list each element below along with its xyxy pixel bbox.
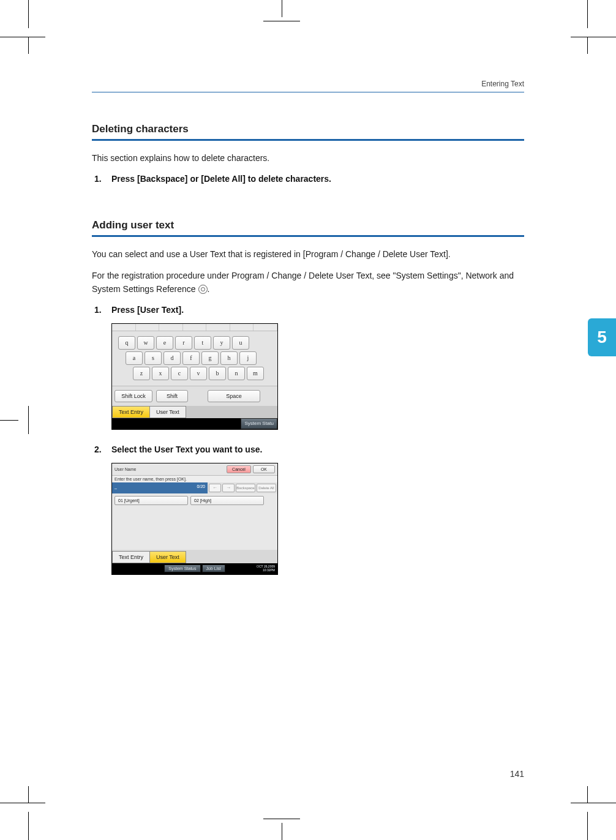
section1-steps: 1. Press [Backspace] or [Delete All] to … (92, 174, 524, 184)
shift-lock-key[interactable]: Shift Lock (115, 390, 152, 402)
key-x[interactable]: x (152, 367, 169, 380)
value-counter: 0/20 (197, 484, 205, 492)
key-u[interactable]: u (232, 336, 249, 350)
cropmark (28, 37, 29, 54)
step-number: 1. (94, 305, 102, 315)
key-g[interactable]: g (201, 351, 219, 365)
tab-text-entry[interactable]: Text Entry (112, 406, 150, 418)
content-area: Entering Text Deleting characters This s… (92, 80, 524, 590)
tab-user-text[interactable]: User Text (149, 551, 186, 563)
step-item: 1. Press [User Text]. (111, 305, 524, 315)
cancel-button[interactable]: Cancel (227, 465, 251, 473)
user-text-item-2[interactable]: 02 [High] (190, 496, 264, 505)
key-e[interactable]: e (156, 336, 173, 350)
job-list-button[interactable]: Job List (202, 564, 225, 572)
delete-all-button[interactable]: Delete All (257, 484, 276, 492)
backspace-button[interactable]: Backspace (236, 484, 255, 492)
cropmark (571, 37, 588, 37)
space-key[interactable]: Space (208, 390, 260, 402)
step-number: 1. (94, 174, 102, 184)
heading-adding-user-text: Adding user text (92, 219, 524, 231)
shift-key[interactable]: Shift (156, 390, 188, 402)
value-text: _ (115, 484, 117, 492)
para2-text-a: For the registration procedure under Pro… (92, 271, 514, 294)
section1-intro: This section explains how to delete char… (92, 152, 524, 165)
cropmark (588, 803, 616, 803)
cropmark (28, 406, 29, 434)
screenshot-user-text: User Name Cancel OK Enter the user name,… (111, 463, 524, 575)
running-head: Entering Text (92, 80, 524, 92)
cropmark (28, 37, 45, 37)
cropmark (28, 803, 45, 803)
key-c[interactable]: c (171, 367, 188, 380)
step-text: Select the User Text you want to use. (111, 444, 262, 454)
key-b[interactable]: b (209, 367, 226, 380)
key-s[interactable]: s (145, 351, 162, 365)
cropmark (0, 37, 28, 37)
system-status-button[interactable]: System Status (164, 564, 200, 572)
tab-text-entry[interactable]: Text Entry (112, 551, 150, 563)
step-number: 2. (94, 444, 102, 454)
key-d[interactable]: d (163, 351, 181, 365)
step-text: Press [Backspace] or [Delete All] to del… (111, 174, 331, 184)
key-v[interactable]: v (190, 367, 207, 380)
key-m[interactable]: m (247, 367, 264, 380)
key-w[interactable]: w (137, 336, 154, 350)
cropmark (588, 37, 616, 37)
page-number: 141 (510, 769, 524, 779)
cropmark (587, 786, 588, 803)
screenshot-keyboard: q w e r t y u a s d f g h (111, 323, 524, 430)
key-f[interactable]: f (182, 351, 200, 365)
key-j[interactable]: j (239, 351, 257, 365)
ok-button[interactable]: OK (253, 465, 275, 473)
key-r[interactable]: r (175, 336, 192, 350)
section2-para2: For the registration procedure under Pro… (92, 269, 524, 296)
step-text: Press [User Text]. (111, 305, 184, 315)
cropmark (282, 0, 282, 17)
cropmark (0, 803, 28, 803)
cropmark (28, 786, 29, 803)
nav-left-button[interactable]: ← (209, 484, 221, 492)
page: 5 Entering Text Deleting characters This… (0, 0, 616, 840)
cropmark (587, 37, 588, 54)
cropmark (587, 0, 588, 28)
dialog-title: User Name (115, 467, 136, 471)
key-a[interactable]: a (126, 351, 143, 365)
cropmark (0, 420, 18, 421)
cropmark (282, 823, 282, 840)
key-y[interactable]: y (213, 336, 230, 350)
kb-top-tabs (112, 324, 277, 331)
heading-rule (92, 235, 524, 237)
cropmark (263, 21, 300, 21)
key-n[interactable]: n (228, 367, 245, 380)
heading-rule (92, 139, 524, 141)
key-q[interactable]: q (118, 336, 135, 350)
dialog-instruction: Enter the user name, then press [OK]. (112, 476, 277, 482)
cropmark (28, 812, 29, 840)
heading-deleting-characters: Deleting characters (92, 123, 524, 135)
para2-text-b: . (208, 284, 210, 294)
time-line: 10:32PM (257, 569, 275, 572)
step-item: 2. Select the User Text you want to use. (111, 444, 524, 454)
key-z[interactable]: z (133, 367, 150, 380)
section2-steps: 1. Press [User Text]. (92, 305, 524, 315)
section2-para1: You can select and use a User Text that … (92, 248, 524, 261)
cd-icon (198, 285, 208, 294)
status-datetime: OCT 26,2009 10:32PM (257, 565, 275, 572)
chapter-number: 5 (597, 328, 607, 347)
section2-steps-cont: 2. Select the User Text you want to use. (92, 444, 524, 454)
cropmark (571, 803, 588, 803)
key-h[interactable]: h (220, 351, 238, 365)
nav-right-button[interactable]: → (222, 484, 235, 492)
cropmark (28, 0, 29, 28)
step-item: 1. Press [Backspace] or [Delete All] to … (111, 174, 524, 184)
value-field[interactable]: _ 0/20 (112, 482, 208, 493)
cropmark (587, 812, 588, 840)
cropmark (263, 819, 300, 819)
tab-user-text[interactable]: User Text (149, 406, 186, 418)
chapter-tab: 5 (588, 318, 616, 356)
key-t[interactable]: t (194, 336, 211, 350)
system-status-button[interactable]: System Statu (241, 418, 277, 429)
user-text-item-1[interactable]: 01 [Urgent] (115, 496, 188, 505)
